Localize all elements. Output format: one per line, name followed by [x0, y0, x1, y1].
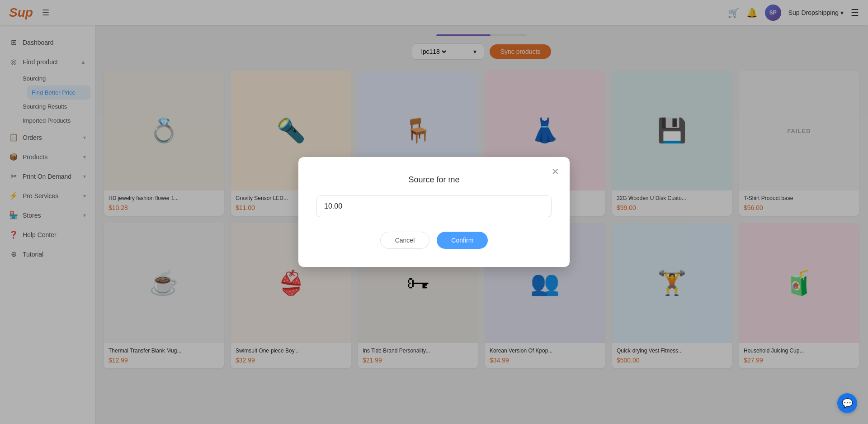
modal-overlay: ✕ Source for me Cancel Confirm — [0, 0, 868, 424]
cancel-button[interactable]: Cancel — [380, 232, 430, 249]
chat-widget[interactable]: 💬 — [837, 393, 857, 413]
modal-actions: Cancel Confirm — [316, 232, 552, 249]
modal-close-button[interactable]: ✕ — [548, 164, 562, 179]
confirm-button[interactable]: Confirm — [437, 232, 488, 249]
price-input[interactable] — [316, 195, 552, 217]
modal-title: Source for me — [316, 175, 552, 185]
source-for-me-modal: ✕ Source for me Cancel Confirm — [298, 157, 570, 267]
chat-icon: 💬 — [842, 398, 853, 409]
